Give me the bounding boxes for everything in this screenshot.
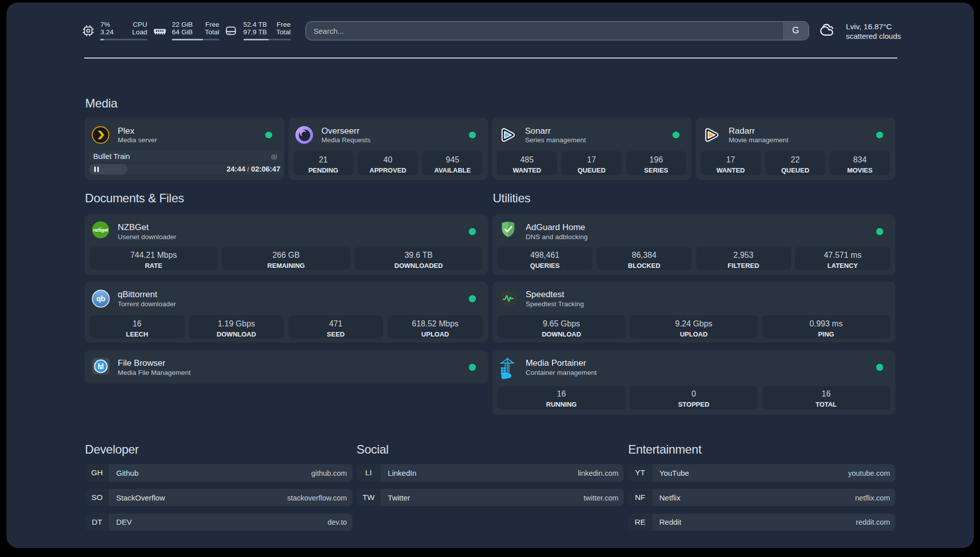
svg-text:qb: qb xyxy=(96,295,105,303)
svg-text:nzbget: nzbget xyxy=(93,227,108,233)
